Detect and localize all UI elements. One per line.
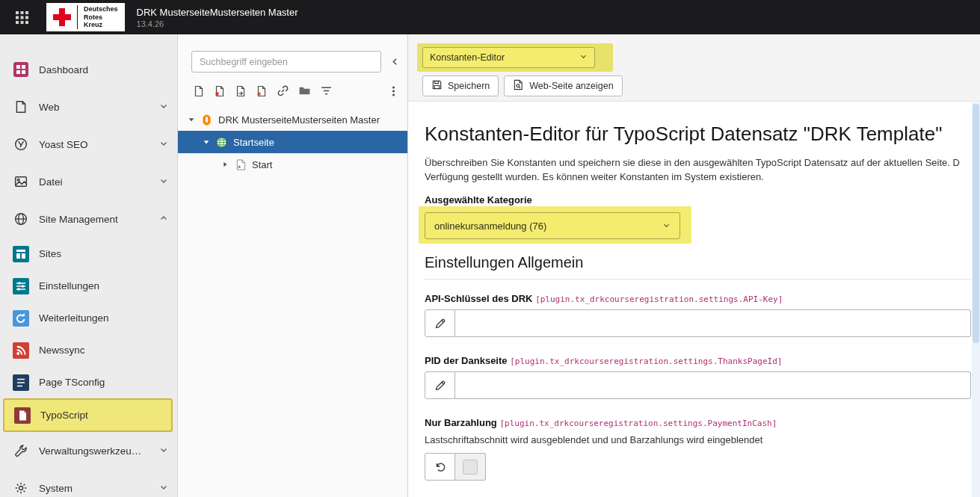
caret-down-icon[interactable] [188,116,195,123]
globe-page-icon [215,137,228,148]
checkbox-cell [455,453,486,481]
link-icon[interactable] [277,84,289,97]
field-typoscript-path: [plugin.tx_drkcourseregistration.setting… [510,356,782,366]
delete-page-icon[interactable] [256,85,268,97]
sidebar-item-dashboard[interactable]: Dashboard [0,51,177,88]
sidebar-item-page-tsconfig[interactable]: Page TSconfig [0,366,177,398]
module-function-select[interactable]: Konstanten-Editor [422,47,595,68]
web-page-icon [13,100,29,114]
sidebar-item-system[interactable]: System [0,469,177,497]
save-button[interactable]: Speichern [422,75,499,96]
constant-field-api-key: API-Schlüssel des DRK [plugin.tx_drkcour… [425,293,980,337]
edit-pencil-button[interactable] [425,371,455,399]
page-tree: DRK MusterseiteMusterseiten Master Start… [178,108,407,176]
sidebar-item-datei[interactable]: Datei [0,163,177,200]
new-multiple-pages-icon[interactable] [214,85,226,97]
sidebar-item-sites[interactable]: Sites [0,238,177,270]
topbar: Deutsches Rotes Kreuz DRK MusterseiteMus… [0,0,980,34]
chevron-down-icon [159,176,168,188]
section-heading: Einstellungen Allgemein [425,254,980,271]
sidebar-item-weiterleitungen[interactable]: Weiterleitungen [0,302,177,334]
vertical-scrollbar[interactable] [972,102,980,497]
edit-pencil-button[interactable] [425,309,455,337]
docheader: Konstanten-Editor Speichern Web-Seite an… [408,34,980,102]
caret-right-icon[interactable] [221,161,229,168]
field-typoscript-path: [plugin.tx_drkcourseregistration.setting… [535,294,783,304]
yoast-seo-icon [13,138,29,151]
page-tsconfig-icon [13,374,29,391]
page-title: Konstanten-Editor für TypoScript Datensa… [425,123,980,146]
scrollbar-thumb[interactable] [973,104,979,343]
module-select-value: Konstanten-Editor [430,52,505,63]
gear-icon [13,481,29,495]
globe-icon [13,212,29,226]
red-cross-icon [53,8,71,26]
chevron-down-icon [579,52,588,63]
typoscript-icon [14,407,31,424]
typo3-version: 13.4.26 [137,19,298,28]
chevron-down-icon [159,139,168,150]
modules-grid-icon[interactable] [9,4,34,30]
field-description: Lastschriftabschnitt wird ausgeblendet u… [425,434,980,445]
sites-icon [13,246,29,262]
content-pane: Konstanten-Editor Speichern Web-Seite an… [408,34,980,497]
settings-sliders-icon [13,278,29,294]
typo3-logo-icon [200,114,213,126]
dashboard-icon [13,62,29,77]
collapse-tree-button[interactable] [390,57,400,67]
thanks-page-id-input[interactable] [455,371,971,399]
category-select-value: onlinekursanmeldung (76) [434,220,546,232]
module-body: Konstanten-Editor für TypoScript Datensa… [408,102,980,481]
tree-toolbar [178,72,407,97]
section-divider [425,279,971,280]
tree-search-input[interactable] [191,51,381,72]
sidebar-item-yoast-seo[interactable]: Yoast SEO [0,126,177,163]
sidebar-item-verwaltungswerkzeuge[interactable]: Verwaltungswerkzeu… [0,432,177,469]
folder-icon[interactable] [298,84,311,97]
chevron-down-icon [159,102,168,113]
tree-node-label: Start [252,159,272,170]
tree-node-label: DRK MusterseiteMusterseiten Master [218,114,380,126]
tree-node-label: Startseite [233,137,274,148]
sidebar-item-web[interactable]: Web [0,88,177,126]
intro-text: Überschreiben Sie Konstanten und speiche… [425,155,980,184]
site-title: DRK MusterseiteMusterseiten Master [137,7,298,18]
chevron-down-icon [159,445,168,457]
save-icon [431,79,443,93]
sidebar-item-typoscript[interactable]: TypoScript [3,398,173,432]
sidebar-item-site-management[interactable]: Site Management [0,200,177,238]
tree-node-startseite[interactable]: Startseite [178,131,407,153]
redirects-icon [13,310,29,327]
page-tree-panel: DRK MusterseiteMusterseiten Master Start… [178,34,408,497]
chevron-down-icon [662,220,671,232]
more-options-icon[interactable] [392,85,395,97]
constant-field-thanks-page-id: PID der Dankseite [plugin.tx_drkcoursere… [425,355,980,399]
drk-logo: Deutsches Rotes Kreuz [46,3,125,31]
file-image-icon [13,175,29,188]
rss-icon [13,342,29,359]
paste-page-icon[interactable] [235,85,247,97]
category-select[interactable]: onlinekursanmeldung (76) [425,212,680,239]
undo-button[interactable] [425,453,455,481]
caret-down-icon[interactable] [203,138,210,146]
view-page-icon [513,79,524,93]
constant-field-payment-in-cash: Nur Barzahlung [plugin.tx_drkcourseregis… [425,417,980,481]
site-info: DRK MusterseiteMusterseiten Master 13.4.… [137,7,298,28]
payment-in-cash-checkbox[interactable] [463,460,478,475]
page-icon [234,159,247,170]
sidebar-item-einstellungen[interactable]: Einstellungen [0,270,177,302]
module-sidebar: Dashboard Web Yoast SEO Datei Site Manag… [0,34,178,497]
sidebar-item-newssync[interactable]: Newssync [0,334,177,366]
field-typoscript-path: [plugin.tx_drkcourseregistration.setting… [499,419,777,428]
field-label: API-Schlüssel des DRK [425,293,533,304]
field-label: PID der Dankseite [425,355,508,366]
field-label: Nur Barzahlung [425,417,497,428]
tree-node-root[interactable]: DRK MusterseiteMusterseiten Master [178,108,407,131]
tree-node-start[interactable]: Start [178,153,407,176]
api-key-input[interactable] [455,309,971,337]
new-page-icon[interactable] [193,85,205,97]
filter-icon[interactable] [320,84,333,97]
view-webpage-button[interactable]: Web-Seite anzeigen [504,75,622,96]
category-label: Ausgewählte Kategorie [425,194,980,206]
drk-logo-text: Deutsches Rotes Kreuz [77,5,118,29]
